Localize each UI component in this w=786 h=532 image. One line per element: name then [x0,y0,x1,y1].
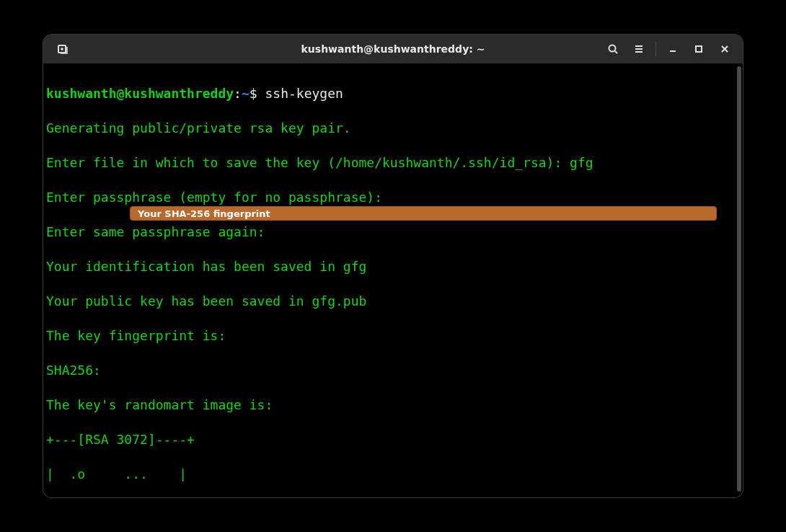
terminal-viewport[interactable]: kushwanth@kushwanthreddy:~$ ssh-keygen G… [43,63,738,497]
separator [655,41,656,57]
output-line: SHA256: [46,362,738,379]
search-button[interactable] [601,37,625,61]
new-tab-button[interactable] [50,37,75,61]
output-line: Enter same passphrase again: [46,223,738,241]
svg-point-1 [609,45,616,52]
redaction-banner: Your SHA-256 fingerprint [130,206,717,221]
svg-rect-2 [696,46,702,52]
output-line: Your public key has been saved in gfg.pu… [46,293,738,310]
scrollbar[interactable] [737,66,741,492]
terminal-window: kushwanth@kushwanthreddy: ~ kushwanth@ku… [43,35,743,497]
prompt-cwd: ~ [242,86,250,101]
redaction-label: Your SHA-256 fingerprint [138,208,270,219]
prompt-user-host: kushwanth@kushwanthreddy [46,86,234,101]
randomart-line: | .o ... | [46,466,738,483]
menu-button[interactable] [627,37,651,61]
output-line: The key's randomart image is: [46,396,738,414]
output-line: The key fingerprint is: [46,327,738,345]
terminal-output: kushwanth@kushwanthreddy:~$ ssh-keygen G… [46,68,738,497]
maximize-button[interactable] [686,37,711,61]
output-line: Your identification has been saved in gf… [46,258,738,275]
prompt-colon: : [234,86,242,101]
close-button[interactable] [712,37,737,61]
randomart-line: +---[RSA 3072]----+ [46,431,738,448]
output-line: Generating public/private rsa key pair. [46,120,738,137]
command-text: ssh-keygen [265,86,343,101]
output-line: Enter file in which to save the key (/ho… [46,154,738,172]
output-line: Enter passphrase (empty for no passphras… [46,189,738,206]
titlebar: kushwanth@kushwanthreddy: ~ [43,35,743,63]
prompt-dollar: $ [250,86,265,101]
minimize-button[interactable] [661,37,685,61]
